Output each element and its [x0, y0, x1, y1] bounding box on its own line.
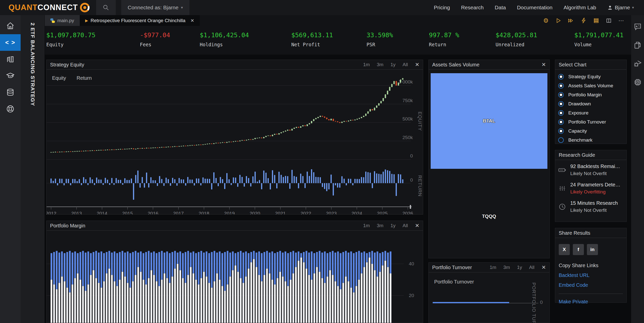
- research-item-status: Likely Not Overfit: [570, 171, 620, 176]
- debug-run-icon[interactable]: [633, 59, 642, 68]
- editor-tabbar: main.py ▶ Retrospective Fluorescent Oran…: [45, 15, 631, 26]
- share-facebook-button[interactable]: f: [573, 244, 584, 255]
- nav-link-data[interactable]: Data: [495, 5, 506, 11]
- chart-option-label: Strategy Equity: [568, 74, 601, 79]
- stat-equity: $1,097,870.75Equity: [46, 31, 140, 55]
- equity-candlestick-chart[interactable]: 1 000k750k500k250k00EQUITYRETURN20122013…: [47, 70, 422, 214]
- research-guide-item[interactable]: 92 Backtests Remai…Likely Not Overfit: [558, 164, 624, 176]
- radio-selected-icon: [558, 110, 564, 116]
- radio-selected-icon: [558, 74, 564, 79]
- chart-option-strategy-equity[interactable]: Strategy Equity: [558, 72, 626, 81]
- main-column: main.py ▶ Retrospective Fluorescent Oran…: [45, 15, 631, 323]
- stat-label: Return: [429, 42, 496, 47]
- close-icon[interactable]: ✕: [541, 62, 546, 68]
- sidebar-item-code-editor[interactable]: < >: [0, 34, 21, 51]
- range-1m[interactable]: 1m: [363, 223, 370, 228]
- nav-link-documentation[interactable]: Documentation: [517, 5, 552, 11]
- chart-option-exposure[interactable]: Exposure: [558, 108, 626, 117]
- chart-option-label: Benchmark: [568, 137, 592, 143]
- range-3m[interactable]: 3m: [503, 265, 510, 270]
- chevron-down-icon: ▾: [181, 5, 183, 10]
- range-3m[interactable]: 3m: [377, 62, 383, 67]
- range-1y[interactable]: 1y: [390, 223, 395, 228]
- research-guide-header: Research Guide: [555, 150, 626, 160]
- backtest-stats-bar: $1,097,870.75Equity-$977.04Fees$1,106,42…: [45, 26, 631, 55]
- hardware-chip-icon[interactable]: [633, 78, 642, 87]
- search-button[interactable]: [96, 0, 116, 15]
- treemap-block-btal[interactable]: BTAL: [431, 73, 547, 169]
- stat-value: -$977.04: [140, 31, 200, 39]
- tab-close-icon[interactable]: ✕: [190, 18, 194, 23]
- project-strip: 2 ETF BALANCING STRATEGY: [21, 15, 45, 323]
- quantconnect-logo[interactable]: QUANTCONNECT: [0, 0, 96, 15]
- share-link-backtest-url[interactable]: Backtest URL: [559, 272, 623, 278]
- project-title: 2 ETF BALANCING STRATEGY: [30, 23, 36, 323]
- fast-forward-icon[interactable]: [568, 17, 574, 24]
- split-view-icon[interactable]: [606, 17, 612, 24]
- lightning-icon[interactable]: [580, 17, 587, 24]
- more-ellipsis-icon[interactable]: ⋯: [618, 17, 625, 24]
- chart-option-capacity[interactable]: Capacity: [558, 127, 626, 136]
- stat-label: Equity: [46, 42, 140, 47]
- svg-text:2025: 2025: [377, 211, 388, 214]
- sidebar-item-home[interactable]: [0, 18, 21, 34]
- nav-link-pricing[interactable]: Pricing: [434, 5, 450, 11]
- close-icon[interactable]: ✕: [541, 264, 546, 270]
- run-backtest-icon[interactable]: [555, 17, 562, 24]
- range-3m[interactable]: 3m: [377, 223, 383, 228]
- chart-option-assets-sales-volume[interactable]: Assets Sales Volume: [558, 81, 626, 90]
- range-1m[interactable]: 1m: [363, 62, 370, 67]
- range-1y[interactable]: 1y: [390, 62, 395, 67]
- close-icon[interactable]: ✕: [415, 62, 419, 68]
- share-linkedin-button[interactable]: in: [587, 244, 598, 255]
- research-guide-text: 15 Minutes ResearchLikely Not Overfit: [570, 200, 618, 213]
- user-menu[interactable]: Bjarne▾: [607, 5, 634, 11]
- sidebar-item-education[interactable]: [0, 67, 21, 84]
- legend-equity[interactable]: Equity: [52, 75, 66, 81]
- svg-text:20: 20: [409, 293, 414, 298]
- search-icon: [103, 4, 109, 11]
- range-All[interactable]: All: [529, 265, 534, 270]
- range-All[interactable]: All: [403, 62, 408, 67]
- sidebar-item-organization[interactable]: [0, 51, 21, 67]
- connected-as-dropdown[interactable]: Connected as: Bjarne ▾: [121, 0, 190, 15]
- copy-files-icon[interactable]: [633, 41, 642, 49]
- research-guide-item[interactable]: 15 Minutes ResearchLikely Not Overfit: [558, 200, 624, 213]
- battery-icon: [558, 167, 567, 173]
- range-1m[interactable]: 1m: [490, 265, 496, 270]
- chart-option-benchmark[interactable]: Benchmark: [558, 136, 626, 145]
- chart-option-drawdown[interactable]: Drawdown: [558, 99, 626, 108]
- share-x-button[interactable]: X: [559, 244, 570, 255]
- research-guide-text: 24 Parameters Dete…Likely Overfitting: [570, 182, 620, 195]
- chart-option-label: Portfolio Margin: [568, 92, 602, 98]
- ai-chat-icon[interactable]: [633, 22, 642, 31]
- panel-title: Research Guide: [559, 152, 595, 158]
- share-results-header: Share Results: [555, 228, 626, 238]
- range-1y[interactable]: 1y: [517, 265, 522, 270]
- research-item-status: Likely Overfitting: [570, 189, 620, 195]
- share-link-embed-code[interactable]: Embed Code: [559, 282, 623, 288]
- tab-backtest-result[interactable]: ▶ Retrospective Fluorescent Orange Chinc…: [80, 15, 200, 26]
- svg-text:2021: 2021: [275, 211, 286, 214]
- sidebar-item-data[interactable]: [0, 84, 21, 101]
- chart-option-portfolio-margin[interactable]: Portfolio Margin: [558, 90, 626, 99]
- sidebar-item-support[interactable]: [0, 101, 21, 117]
- chart-option-portfolio-turnover[interactable]: Portfolio Turnover: [558, 117, 626, 127]
- panel-title: Strategy Equity: [50, 62, 84, 68]
- range-All[interactable]: All: [403, 223, 408, 228]
- assets-treemap: BTAL TQQQ: [429, 70, 549, 258]
- stat-value: $428,025.81: [496, 31, 574, 39]
- nav-link-research[interactable]: Research: [461, 5, 484, 11]
- close-icon[interactable]: ✕: [415, 223, 419, 229]
- research-guide-item[interactable]: 24 Parameters Dete…Likely Overfitting: [558, 182, 624, 195]
- settings-gear-icon[interactable]: ⚙: [543, 17, 549, 24]
- research-item-title: 92 Backtests Remai…: [570, 164, 620, 169]
- nav-link-algorithm-lab[interactable]: Algorithm Lab: [564, 5, 596, 11]
- turnover-legend[interactable]: Portfolio Turnover: [434, 279, 474, 285]
- stack-icon[interactable]: [593, 17, 599, 24]
- margin-stacked-bar-chart[interactable]: 4020: [47, 231, 422, 323]
- research-item-title: 15 Minutes Research: [570, 200, 618, 206]
- legend-return[interactable]: Return: [77, 75, 92, 81]
- tab-main-py[interactable]: main.py: [45, 15, 80, 26]
- make-private-link[interactable]: Make Private: [559, 299, 623, 305]
